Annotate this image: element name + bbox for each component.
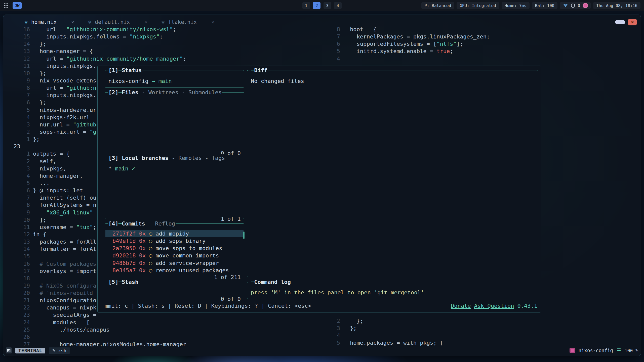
tab-close-icon[interactable]: × [144, 19, 147, 25]
tab-bar: ❄ home.nix × ❄ default.nix × ❄ flake.nix… [3, 15, 641, 27]
power-profile-status[interactable]: P: Balanced [421, 2, 454, 9]
commits-scrollbar[interactable] [243, 232, 245, 239]
line-number: 26 [14, 333, 30, 341]
code-text: }; [33, 40, 46, 48]
ask-question-link[interactable]: Ask Question [474, 302, 514, 309]
lazygit-keybar: mmit: c | Stash: s | Reset: D | Keybindi… [105, 302, 537, 309]
gpu-status[interactable]: GPU: Integrated [457, 2, 499, 9]
commit-row[interactable]: b49ef1d0x○add sops binary [105, 237, 244, 245]
c-msg: remove unused packages [155, 267, 229, 274]
workspace-4[interactable]: 4 [334, 2, 342, 9]
lazygit-files-panel[interactable]: [2]─Files - Worktrees - Submodules 0 of … [105, 92, 244, 153]
c-bullet: ○ [149, 252, 152, 259]
code-line[interactable]: 25./hosts/canopus [3, 326, 313, 333]
line-number: 10 [14, 216, 30, 223]
panel-title: ─Command log [250, 278, 291, 286]
commit-row[interactable]: d9202180x○move common imports [105, 252, 244, 259]
line-number: 7 [324, 33, 340, 40]
commit-row[interactable]: 2a239500x○move sops to modules [105, 245, 244, 252]
keybar-links: Donate Ask Question 0.43.1 [451, 302, 537, 309]
code-text: outputs = { [33, 150, 70, 157]
line-number: 13 [14, 238, 30, 245]
workspace-2[interactable]: 2 [313, 2, 320, 9]
code-text: "x86_64-linux" [33, 209, 93, 216]
shield-icon[interactable] [571, 4, 575, 8]
commit-row[interactable]: 2717f2f0x○add mopidy [105, 230, 244, 237]
lazygit-commits-panel[interactable]: [4]─Commits - Reflog 2717f2f0x○add mopid… [105, 223, 244, 277]
c-bullet: ○ [149, 245, 152, 252]
session-name[interactable]: nixos-config [579, 348, 613, 353]
app-launcher-icon[interactable] [4, 3, 9, 8]
tab-close-icon[interactable]: × [211, 19, 214, 25]
lazygit-status-panel[interactable]: [1]─Status nixos-config → main [105, 70, 244, 87]
workspace-3[interactable]: 3 [324, 2, 331, 9]
commit-row[interactable]: 8e345a70x○remove unused packages [105, 267, 244, 274]
code-text: nixos-hardware.ur [33, 106, 96, 114]
code-text: }; [350, 325, 357, 332]
line-number: 6 [324, 40, 340, 48]
line-number: 4 [14, 114, 30, 121]
close-button[interactable]: × [628, 19, 637, 25]
commit-row[interactable]: 9486b7d0x○add service-wrapper [105, 259, 244, 267]
battery-status[interactable]: Bat: 100 [532, 2, 557, 9]
c-author: 0x [139, 237, 146, 245]
code-line[interactable]: 26 [3, 333, 313, 341]
code-line[interactable]: 2}; [313, 317, 640, 325]
code-line[interactable]: 13home-manager = { [3, 48, 313, 55]
accent-indicator-icon[interactable] [583, 3, 588, 8]
code-line[interactable]: 7kernelPackages = pkgs.linuxPackages_zen… [313, 33, 640, 40]
ping-status[interactable]: Home: 7ms [502, 2, 530, 9]
tab-close-icon[interactable]: × [71, 19, 74, 25]
code-line[interactable]: 6supportedFilesystems = ["ntfs"]; [313, 40, 640, 48]
c-msg: move sops to modules [155, 245, 222, 252]
notification-count: 0 [578, 3, 580, 8]
clock[interactable]: Thu Aug 08, 18:16 [593, 2, 640, 9]
line-number: 3 [324, 325, 340, 332]
lazygit-stash-panel[interactable]: [5]─Stash 0 of 0 [105, 282, 244, 299]
code-line[interactable]: 3}; [313, 325, 640, 332]
c-hash: 8e345a7 [112, 267, 136, 274]
editor-pane-right-bottom[interactable]: 2};3};45home.packages = with pkgs; [ [313, 317, 640, 347]
nix-snowflake-icon: ❄ [25, 19, 28, 25]
line-number: 25 [14, 326, 30, 333]
tab-default-nix[interactable]: ❄ default.nix × [88, 19, 147, 25]
code-line[interactable]: 5initrd.systemd.enable = true; [313, 48, 640, 55]
code-line[interactable]: 12url = "github:nix-community/home-manag… [3, 55, 313, 62]
line-number: 16 [14, 260, 30, 267]
code-text: initrd.systemd.enable = true; [350, 48, 453, 55]
code-line[interactable]: 5home.packages = with pkgs; [ [313, 339, 640, 346]
code-line[interactable]: 4 [313, 55, 640, 62]
line-number: 15 [14, 33, 30, 40]
lazygit-branches-panel[interactable]: [3]─Local branches - Remotes - Tags * ma… [105, 158, 244, 219]
lazygit-version: 0.43.1 [517, 302, 537, 309]
minimize-button[interactable] [615, 20, 625, 24]
pane-tab-zsh[interactable]: ✎ zsh [49, 347, 70, 354]
logo-badge[interactable]: JW [13, 2, 22, 9]
topbar-left: JW [4, 2, 22, 9]
workspace-switcher: 1 2 3 4 [302, 2, 342, 9]
editor-pane-right-top[interactable]: 8boot = {7kernelPackages = pkgs.linuxPac… [313, 26, 640, 62]
code-text: inputs.nixpkgs.follows = "nixpkgs"; [33, 33, 163, 40]
line-number: 5 [324, 48, 340, 55]
code-text: ]; [33, 216, 46, 223]
code-line[interactable]: 4 [313, 332, 640, 339]
lazygit-diff-panel[interactable]: ─Diff No changed files [247, 70, 538, 277]
code-text: nix-vscode-extens [33, 77, 96, 84]
panel-title: [2]─Files - Worktrees - Submodules [108, 89, 222, 96]
code-line[interactable]: 24modules = [ [3, 319, 313, 326]
lazygit-command-log-panel[interactable]: ─Command log press 'M' in the files pane… [247, 282, 538, 299]
code-text: ... [33, 179, 50, 187]
wifi-icon[interactable] [563, 4, 568, 8]
donate-link[interactable]: Donate [451, 302, 471, 309]
code-line[interactable]: 14}; [3, 40, 313, 48]
tab-home-nix[interactable]: ❄ home.nix × [25, 19, 74, 25]
workspace-1[interactable]: 1 [302, 2, 310, 9]
code-line[interactable]: 15inputs.nixpkgs.follows = "nixpkgs"; [3, 33, 313, 40]
scroll-lines-icon: ☰ [617, 347, 621, 353]
line-number: 11 [14, 62, 30, 70]
c-msg: add sops binary [155, 237, 206, 245]
diff-content: No changed files [251, 77, 304, 85]
line-number: 9 [14, 209, 30, 216]
tab-flake-nix[interactable]: ❄ flake.nix × [162, 19, 214, 25]
branch-row[interactable]: * main ✓ [108, 165, 135, 172]
